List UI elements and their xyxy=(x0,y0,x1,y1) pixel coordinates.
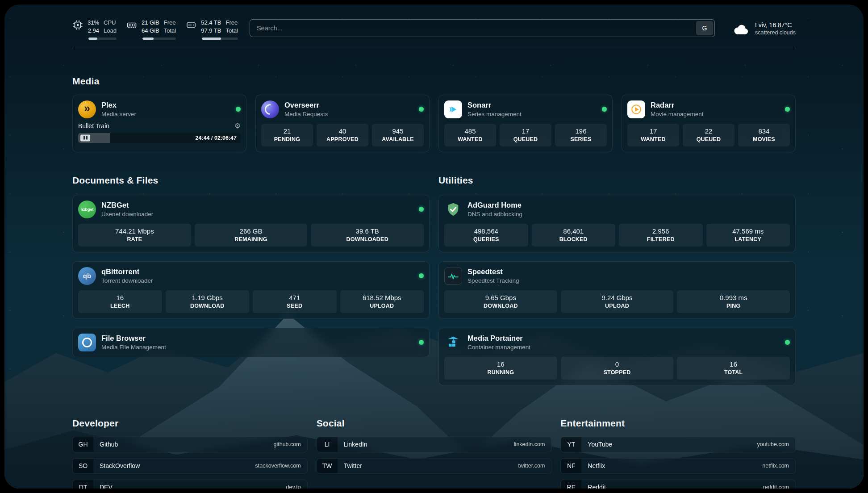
service-name: NZBGet xyxy=(101,201,153,209)
memory-free: 21 GiB xyxy=(142,19,159,27)
speedtest-icon xyxy=(444,267,462,285)
service-desc: Media Requests xyxy=(284,111,328,117)
cpu-label-top: CPU xyxy=(104,19,117,27)
bookmark-twitter[interactable]: TW Twitter twitter.com xyxy=(317,458,552,474)
cpu-percent: 31% xyxy=(88,19,99,27)
utilities-column: Utilities AdGuard Home xyxy=(438,167,796,385)
bookmark-url: dev.to xyxy=(286,484,301,489)
pause-button[interactable] xyxy=(80,134,90,141)
weather-widget: Lviv, 16.87°C scattered clouds xyxy=(733,21,796,36)
bookmark-youtube[interactable]: YT YouTube youtube.com xyxy=(560,437,796,452)
bookmark-name: DEV xyxy=(100,484,113,489)
system-widgets: 31% 2.94 CPU Load xyxy=(72,19,238,40)
disk-usage-fill xyxy=(202,38,221,40)
status-dot xyxy=(419,273,424,278)
bookmark-github[interactable]: GH Github github.com xyxy=(72,437,308,452)
bookmark-stackoverflow[interactable]: SO StackOverflow stackoverflow.com xyxy=(72,458,308,474)
service-name: Media Portainer xyxy=(467,334,530,343)
service-desc: Torrent downloader xyxy=(101,277,153,284)
overseerr-icon xyxy=(261,100,279,118)
bookmark-name: Twitter xyxy=(344,462,362,469)
playback-time: 24:44 / 02:06:47 xyxy=(196,135,237,141)
service-card-qbittorrent[interactable]: qb qBittorrent Torrent downloader 16 xyxy=(72,261,430,319)
plex-icon: » xyxy=(78,100,96,118)
stat-pending: 21 PENDING xyxy=(261,124,313,146)
sonarr-icon xyxy=(444,100,462,118)
bookmark-group-developer: Developer GH Github github.com SO StackO… xyxy=(72,410,308,489)
stat-blocked: 86,401 BLOCKED xyxy=(532,224,616,246)
search-input[interactable] xyxy=(251,25,696,32)
service-desc: Container management xyxy=(467,344,530,351)
disk-usage-bar xyxy=(202,38,238,40)
disk-label-top: Free xyxy=(225,19,238,27)
stat-download: 1.19 Gbps DOWNLOAD xyxy=(166,290,250,313)
bookmark-linkedin[interactable]: LI LinkedIn linkedin.com xyxy=(317,437,552,452)
bookmark-abbr: LI xyxy=(317,437,338,452)
section-title-developer: Developer xyxy=(72,418,308,429)
memory-usage-bar xyxy=(142,38,176,40)
bookmark-dev[interactable]: DT DEV dev.to xyxy=(72,480,308,489)
service-card-portainer[interactable]: Media Portainer Container management 16 … xyxy=(438,328,796,385)
bookmark-abbr: YT xyxy=(561,437,581,452)
bookmark-name: YouTube xyxy=(588,441,612,448)
disk-total: 97.9 TB xyxy=(201,27,221,35)
documents-column: Documents & Files nzbget NZBGet Usenet d… xyxy=(72,167,430,385)
section-title-utilities: Utilities xyxy=(438,175,796,186)
service-name: Sonarr xyxy=(467,101,522,109)
stat-latency: 47.569 ms LATENCY xyxy=(706,224,790,246)
service-card-adguard[interactable]: AdGuard Home DNS and adblocking 498,564 … xyxy=(438,195,796,252)
memory-usage-fill xyxy=(142,38,154,40)
filebrowser-icon xyxy=(78,334,96,351)
status-dot xyxy=(419,207,424,212)
bookmark-name: Github xyxy=(100,441,118,448)
weather-location: Lviv, 16.87°C xyxy=(755,21,796,29)
status-dot xyxy=(419,340,424,345)
service-card-radarr[interactable]: Radarr Movie management 17 WANTED 22 QUE… xyxy=(622,95,796,152)
stat-rate: 744.21 Mbps RATE xyxy=(78,224,191,246)
weather-condition: scattered clouds xyxy=(755,29,796,36)
service-desc: Media server xyxy=(101,111,136,117)
disk-free: 52.4 TB xyxy=(201,19,221,27)
stat-stopped: 0 STOPPED xyxy=(561,357,674,380)
service-card-plex[interactable]: » Plex Media server Bullet Train ⚙ xyxy=(72,95,246,152)
gear-icon[interactable]: ⚙ xyxy=(234,122,241,130)
service-card-filebrowser[interactable]: File Browser Media File Management xyxy=(72,328,430,357)
stat-queued: 22 QUEUED xyxy=(683,124,734,146)
memory-label-bottom: Total xyxy=(164,27,176,35)
bookmark-name: LinkedIn xyxy=(344,441,367,448)
stat-available: 945 AVAILABLE xyxy=(372,124,424,146)
search-bar: G xyxy=(250,19,715,37)
bookmark-abbr: DT xyxy=(73,480,93,489)
topbar: 31% 2.94 CPU Load xyxy=(72,19,796,40)
stat-download: 9.65 Gbps DOWNLOAD xyxy=(444,290,557,313)
bookmark-abbr: SO xyxy=(73,459,93,473)
service-desc: Media File Management xyxy=(101,344,166,351)
cpu-load-value: 2.94 xyxy=(88,27,99,35)
service-name: Overseerr xyxy=(284,101,328,109)
memory-widget: 21 GiB 64 GiB Free Total xyxy=(126,19,176,40)
stat-downloaded: 39.6 TB DOWNLOADED xyxy=(311,224,424,246)
service-card-speedtest[interactable]: Speedtest Speedtest Tracking 9.65 Gbps D… xyxy=(438,261,796,319)
stat-queries: 498,564 QUERIES xyxy=(444,224,528,246)
service-card-nzbget[interactable]: nzbget NZBGet Usenet downloader 744.21 M… xyxy=(72,195,430,252)
status-dot xyxy=(419,107,424,112)
service-desc: Usenet downloader xyxy=(101,211,153,217)
cloud-icon xyxy=(733,22,750,35)
section-title-entertainment: Entertainment xyxy=(560,418,796,429)
stat-upload: 9.24 Gbps UPLOAD xyxy=(561,290,674,313)
playback-progress-bar[interactable]: 24:44 / 02:06:47 xyxy=(78,133,241,143)
section-title-social: Social xyxy=(317,418,552,429)
search-provider-button[interactable]: G xyxy=(696,21,713,35)
disk-widget: 52.4 TB 97.9 TB Free Total xyxy=(186,19,238,40)
stat-seed: 471 SEED xyxy=(253,290,337,313)
section-title-media: Media xyxy=(72,76,796,87)
portainer-icon xyxy=(444,334,462,351)
now-playing-title: Bullet Train xyxy=(78,122,109,130)
service-card-overseerr[interactable]: Overseerr Media Requests 21 PENDING 40 A… xyxy=(255,95,430,152)
bookmark-abbr: RE xyxy=(561,480,581,489)
bookmark-name: StackOverflow xyxy=(100,462,140,469)
service-card-sonarr[interactable]: Sonarr Series management 485 WANTED 17 Q… xyxy=(438,95,613,152)
bookmark-netflix[interactable]: NF Netflix netflix.com xyxy=(560,458,796,474)
memory-label-top: Free xyxy=(164,19,176,27)
bookmark-reddit[interactable]: RE Reddit reddit.com xyxy=(560,480,796,489)
